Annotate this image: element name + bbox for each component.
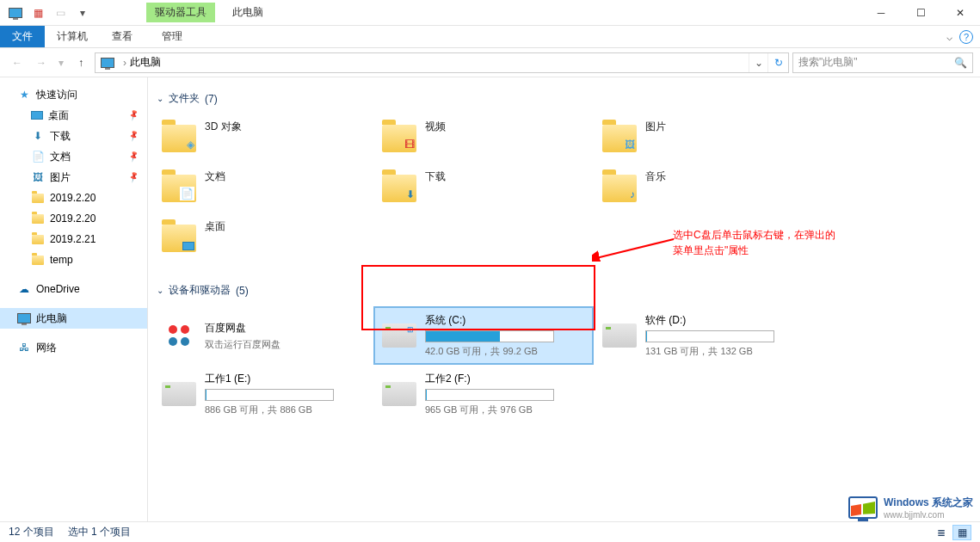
sidebar-item-pictures[interactable]: 🖼 图片 — [0, 167, 147, 188]
status-selected-count: 选中 1 个项目 — [68, 525, 131, 539]
svg-point-2 — [169, 337, 177, 346]
folder-icon: ⬇ — [380, 169, 418, 207]
tab-file[interactable]: 文件 — [0, 26, 45, 47]
svg-marker-8 — [863, 502, 875, 514]
qat-dropdown-icon[interactable]: ▾ — [74, 4, 91, 22]
folder-documents[interactable]: 📄 文档 — [153, 164, 373, 214]
star-icon: ★ — [17, 88, 31, 102]
folder-videos[interactable]: 🎞 视频 — [373, 114, 594, 164]
folder-icon: ♪ — [601, 169, 638, 207]
desktop-icon — [31, 111, 43, 120]
onedrive-icon: ☁ — [17, 282, 31, 296]
back-button[interactable]: ← — [7, 52, 28, 73]
folder-icon: 🎞 — [380, 120, 418, 157]
drive-icon — [602, 323, 637, 348]
svg-point-0 — [169, 325, 177, 334]
sidebar-item-temp[interactable]: temp — [0, 249, 147, 270]
devices-grid: 百度网盘 双击运行百度网盘 ⊞ 系统 (C:) 42.0 GB 可用，共 99.… — [153, 306, 975, 423]
breadcrumb-separator-icon[interactable]: › — [120, 57, 130, 69]
this-pc-icon — [17, 311, 31, 325]
folder-icon — [31, 232, 45, 246]
folder-pictures[interactable]: 🖼 图片 — [594, 114, 814, 164]
status-bar: 12 个项目 选中 1 个项目 ≣ ▦ — [0, 521, 980, 542]
search-input[interactable]: 搜索"此电脑" 🔍 — [792, 52, 973, 73]
navigation-pane: ★ 快速访问 桌面 ⬇ 下载 📄 文档 🖼 图片 2019.2.20 2019.… — [0, 77, 148, 521]
titlebar: ▦ ▭ ▾ 驱动器工具 此电脑 ─ ☐ ✕ — [0, 0, 980, 26]
help-icon[interactable]: ? — [959, 30, 973, 44]
sidebar-item-desktop[interactable]: 桌面 — [0, 105, 147, 126]
folder-icon — [31, 191, 45, 205]
folder-downloads[interactable]: ⬇ 下载 — [373, 164, 594, 214]
folder-icon — [160, 219, 198, 257]
ribbon-tabs: 文件 计算机 查看 管理 ⌵ ? — [0, 26, 980, 48]
address-history-dropdown[interactable]: ⌄ — [749, 53, 767, 72]
folder-icon: ◈ — [160, 120, 198, 157]
ribbon-collapse-icon[interactable]: ⌵ — [946, 31, 952, 43]
recent-locations-dropdown[interactable]: ▾ — [55, 52, 67, 73]
quick-access-toolbar: ▦ ▭ ▾ — [0, 4, 91, 22]
folder-icon — [31, 212, 45, 225]
details-view-button[interactable]: ≣ — [932, 525, 951, 540]
view-switcher: ≣ ▦ — [932, 525, 971, 540]
device-baidu-netdisk[interactable]: 百度网盘 双击运行百度网盘 — [153, 306, 373, 365]
group-header-folders[interactable]: ⌄ 文件夹 (7) — [153, 86, 975, 114]
search-icon[interactable]: 🔍 — [954, 57, 967, 69]
drive-icon: ⊞ — [382, 323, 416, 348]
address-bar[interactable]: › 此电脑 ⌄ ↻ — [95, 52, 789, 73]
download-icon: ⬇ — [31, 129, 45, 143]
window-controls: ─ ☐ ✕ — [861, 0, 980, 26]
drive-usage-bar — [425, 389, 554, 401]
maximize-button[interactable]: ☐ — [901, 0, 940, 26]
folder-icon: 📄 — [160, 169, 198, 207]
sidebar-this-pc[interactable]: 此电脑 — [0, 308, 147, 329]
sidebar-item-folder1[interactable]: 2019.2.20 — [0, 188, 147, 208]
group-header-devices[interactable]: ⌄ 设备和驱动器 (5) — [153, 278, 975, 306]
tiles-view-button[interactable]: ▦ — [952, 525, 971, 540]
tab-view[interactable]: 查看 — [100, 26, 145, 47]
close-button[interactable]: ✕ — [940, 0, 980, 26]
main-area: ★ 快速访问 桌面 ⬇ 下载 📄 文档 🖼 图片 2019.2.20 2019.… — [0, 77, 980, 521]
baidu-icon — [162, 318, 196, 353]
location-icon — [99, 54, 116, 71]
sidebar-item-documents[interactable]: 📄 文档 — [0, 146, 147, 167]
sidebar-quick-access[interactable]: ★ 快速访问 — [0, 84, 147, 105]
minimize-button[interactable]: ─ — [861, 0, 901, 26]
qat-new-icon[interactable]: ▭ — [52, 4, 69, 22]
folder-desktop[interactable]: 桌面 — [153, 214, 373, 264]
sidebar-quick-access-label: 快速访问 — [36, 88, 77, 102]
folder-3d-objects[interactable]: ◈ 3D 对象 — [153, 114, 373, 164]
contextual-tab-header: 驱动器工具 — [146, 3, 215, 22]
sidebar-item-downloads[interactable]: ⬇ 下载 — [0, 126, 147, 146]
drive-d[interactable]: 软件 (D:) 131 GB 可用，共 132 GB — [594, 306, 814, 365]
qat-properties-icon[interactable]: ▦ — [29, 4, 46, 22]
document-icon: 📄 — [31, 150, 45, 163]
drive-c[interactable]: ⊞ 系统 (C:) 42.0 GB 可用，共 99.2 GB — [373, 306, 594, 365]
window-title: 此电脑 — [232, 5, 263, 20]
drive-usage-bar — [425, 330, 554, 342]
content-pane[interactable]: ⌄ 文件夹 (7) ◈ 3D 对象 🎞 视频 🖼 图片 📄 文档 ⬇ — [148, 77, 980, 521]
folder-music[interactable]: ♪ 音乐 — [594, 164, 814, 214]
svg-point-4 — [176, 332, 182, 339]
status-item-count: 12 个项目 — [9, 525, 54, 539]
breadcrumb-location[interactable]: 此电脑 — [130, 55, 161, 70]
forward-button[interactable]: → — [31, 52, 52, 73]
sidebar-item-folder2[interactable]: 2019.2.20 — [0, 208, 147, 229]
sidebar-network[interactable]: 🖧 网络 — [0, 337, 147, 358]
windows-logo-icon — [847, 492, 878, 523]
up-button[interactable]: ↑ — [71, 52, 91, 73]
sidebar-item-folder3[interactable]: 2019.2.21 — [0, 229, 147, 249]
folder-icon: 🖼 — [601, 120, 638, 157]
drive-icon — [382, 382, 416, 406]
sidebar-onedrive[interactable]: ☁ OneDrive — [0, 279, 147, 299]
drive-usage-bar — [645, 330, 774, 342]
drive-f[interactable]: 工作2 (F:) 965 GB 可用，共 976 GB — [373, 365, 594, 423]
refresh-button[interactable]: ↻ — [767, 53, 788, 72]
drive-e[interactable]: 工作1 (E:) 886 GB 可用，共 886 GB — [153, 365, 373, 423]
drive-usage-bar — [205, 389, 334, 401]
navigation-bar: ← → ▾ ↑ › 此电脑 ⌄ ↻ 搜索"此电脑" 🔍 — [0, 48, 980, 77]
pictures-icon: 🖼 — [31, 170, 45, 184]
tab-computer[interactable]: 计算机 — [45, 26, 100, 47]
drive-icon — [162, 382, 196, 406]
tab-manage[interactable]: 管理 — [150, 26, 194, 47]
chevron-down-icon: ⌄ — [157, 286, 163, 295]
